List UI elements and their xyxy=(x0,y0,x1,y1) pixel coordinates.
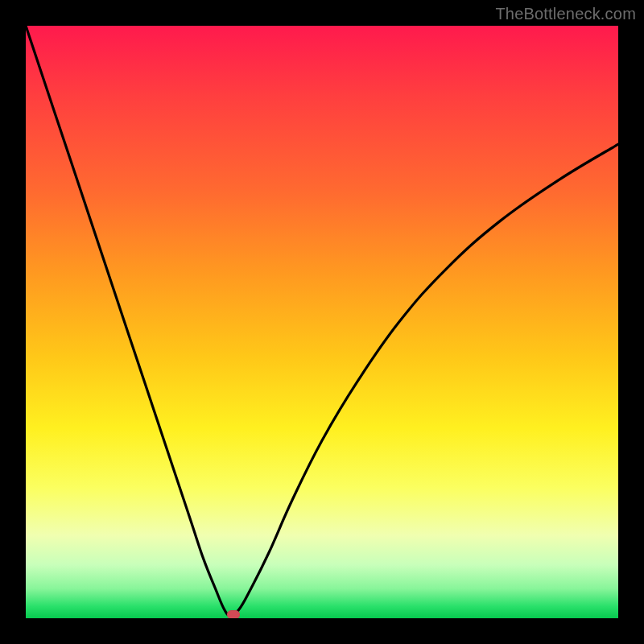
bottleneck-curve xyxy=(26,26,618,618)
watermark-text: TheBottleneck.com xyxy=(495,5,636,23)
optimal-point-marker xyxy=(227,610,240,618)
plot-area xyxy=(26,26,618,618)
chart-frame: TheBottleneck.com xyxy=(0,0,644,644)
